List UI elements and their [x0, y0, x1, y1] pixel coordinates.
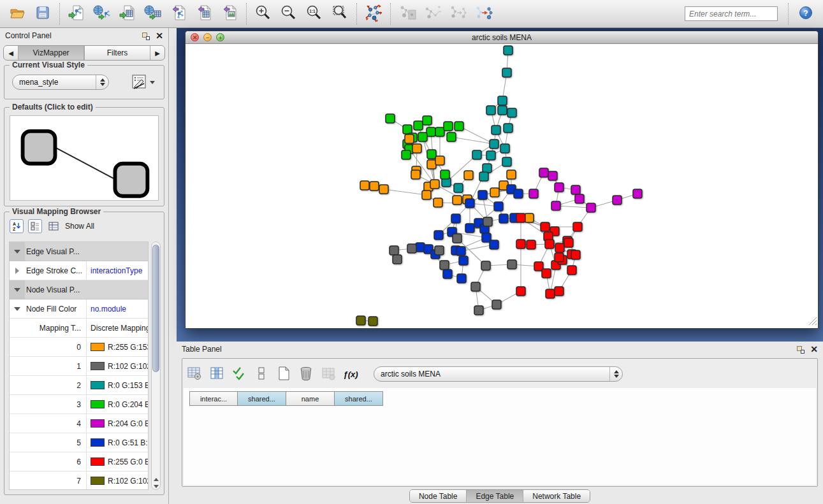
save-session-button[interactable] — [31, 2, 55, 26]
mapping-row[interactable]: Node Visual P... — [10, 280, 148, 299]
graph-node[interactable] — [479, 172, 488, 181]
sort-alphabetical-button[interactable]: AZ — [10, 219, 24, 233]
graph-node[interactable] — [379, 185, 388, 194]
expand-arrow-icon[interactable] — [14, 288, 20, 292]
open-session-button[interactable] — [5, 2, 29, 26]
graph-node[interactable] — [481, 261, 490, 270]
new-network-selected-nodes-button[interactable] — [395, 2, 419, 26]
mapping-row[interactable]: 7R:102 G:102... — [10, 472, 148, 490]
zoom-in-button[interactable] — [251, 2, 275, 26]
graph-node[interactable] — [539, 168, 548, 177]
float-panel-icon[interactable] — [796, 345, 805, 354]
color-swatch[interactable] — [91, 381, 105, 389]
create-view-button[interactable] — [472, 2, 496, 26]
mapping-row[interactable]: 1R:102 G:102... — [10, 357, 148, 376]
mapping-row[interactable]: Node Fill Colorno.module — [10, 299, 148, 319]
close-panel-icon[interactable]: ✕ — [810, 345, 818, 354]
table-settings-button[interactable] — [186, 366, 203, 382]
graph-node[interactable] — [443, 270, 452, 278]
row-height-button[interactable] — [253, 366, 270, 382]
export-table-button[interactable] — [192, 2, 216, 26]
graph-node[interactable] — [444, 122, 453, 131]
new-table-button[interactable] — [275, 366, 292, 382]
graph-node[interactable] — [502, 68, 511, 77]
legend-list-icon[interactable] — [47, 219, 61, 233]
graph-node[interactable] — [529, 189, 538, 198]
graph-node[interactable] — [464, 171, 473, 180]
graph-node[interactable] — [412, 144, 421, 153]
graph-node[interactable] — [492, 126, 500, 134]
tab-node-table[interactable]: Node Table — [410, 490, 467, 502]
zoom-actual-size-button[interactable]: 1:1 — [302, 2, 326, 26]
graph-node[interactable] — [418, 133, 427, 141]
default-node[interactable] — [115, 164, 147, 196]
graph-node[interactable] — [546, 289, 555, 298]
graph-node[interactable] — [483, 217, 492, 226]
collapse-arrow-icon[interactable] — [15, 268, 19, 274]
graph-node[interactable] — [527, 240, 535, 249]
scrollbar-thumb[interactable] — [152, 245, 159, 372]
expand-arrow-icon[interactable] — [14, 250, 20, 254]
show-columns-button[interactable] — [208, 366, 225, 382]
tab-scroll-right-icon[interactable]: ▶ — [150, 46, 164, 60]
graph-node[interactable] — [555, 243, 564, 252]
mapping-row[interactable]: 2R:0 G:153 B:... — [10, 376, 148, 395]
graph-node[interactable] — [633, 189, 642, 198]
graph-node[interactable] — [440, 261, 449, 270]
color-swatch[interactable] — [91, 400, 105, 408]
scroll-up-icon[interactable] — [154, 478, 159, 481]
graph-node[interactable] — [459, 256, 468, 265]
color-swatch[interactable] — [91, 457, 105, 466]
graph-node[interactable] — [545, 240, 554, 248]
graph-node[interactable] — [492, 300, 501, 309]
search-input[interactable] — [685, 6, 778, 21]
graph-node[interactable] — [499, 214, 508, 223]
zoom-out-button[interactable] — [277, 2, 301, 26]
graph-node[interactable] — [456, 247, 465, 256]
column-header[interactable]: interac... — [189, 391, 238, 406]
delete-rows-button[interactable] — [298, 366, 314, 382]
mapping-row[interactable]: 4R:204 G:0 B:... — [10, 414, 148, 433]
table-select[interactable]: arctic soils MENA — [374, 366, 623, 382]
graph-node[interactable] — [575, 194, 584, 203]
graph-node[interactable] — [393, 255, 402, 264]
graph-node[interactable] — [430, 180, 439, 189]
graph-node[interactable] — [555, 287, 564, 296]
graph-node[interactable] — [490, 188, 499, 197]
graph-node[interactable] — [451, 214, 460, 223]
tab-network-table[interactable]: Network Table — [523, 490, 590, 502]
graph-node[interactable] — [402, 150, 411, 159]
graph-node[interactable] — [471, 282, 480, 291]
clone-network-button[interactable] — [446, 2, 470, 26]
graph-node[interactable] — [555, 183, 564, 192]
graph-node[interactable] — [447, 133, 456, 141]
graph-node[interactable] — [516, 287, 525, 296]
close-panel-icon[interactable]: ✕ — [156, 31, 163, 40]
default-node[interactable] — [23, 131, 55, 164]
color-swatch[interactable] — [91, 419, 105, 428]
graph-node[interactable] — [514, 189, 523, 198]
export-network-button[interactable] — [166, 2, 191, 26]
graph-node[interactable] — [435, 156, 444, 165]
graph-node[interactable] — [571, 250, 580, 259]
new-network-selected-edges-button[interactable] — [421, 2, 445, 26]
graph-node[interactable] — [490, 140, 499, 148]
graph-node[interactable] — [454, 184, 463, 192]
graph-node[interactable] — [465, 199, 474, 208]
graph-node[interactable] — [516, 240, 525, 248]
graph-node[interactable] — [422, 191, 431, 199]
graph-node[interactable] — [586, 203, 595, 212]
graph-node[interactable] — [500, 144, 509, 153]
graph-node[interactable] — [457, 274, 466, 283]
graph-node[interactable] — [498, 106, 507, 115]
color-swatch[interactable] — [91, 362, 105, 370]
graph-node[interactable] — [494, 202, 503, 211]
graph-node[interactable] — [516, 213, 525, 222]
graph-node[interactable] — [427, 150, 436, 159]
graph-node[interactable] — [613, 196, 622, 205]
graph-node[interactable] — [483, 164, 492, 173]
zoom-fit-button[interactable] — [328, 2, 352, 26]
column-header[interactable]: shared... — [335, 391, 383, 406]
graph-node[interactable] — [390, 246, 398, 255]
graph-node[interactable] — [435, 127, 444, 136]
